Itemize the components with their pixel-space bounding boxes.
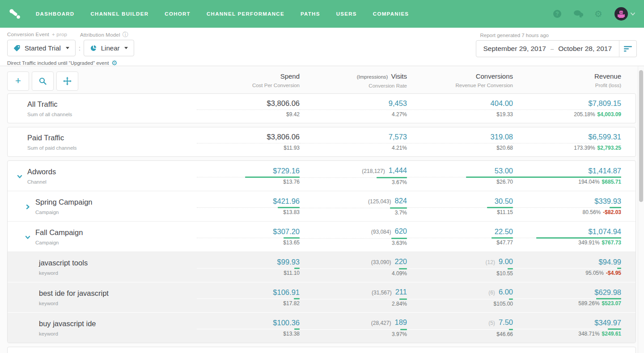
info-icon[interactable]: ⓘ — [123, 32, 128, 38]
search-button[interactable] — [32, 71, 54, 91]
row-type-label: keyword — [39, 331, 197, 336]
nav-item-companies[interactable]: COMPANIES — [373, 11, 409, 17]
user-menu[interactable] — [614, 7, 635, 21]
add-prop-link[interactable]: + prop — [52, 32, 67, 38]
spend-value: $3,806.06 — [267, 133, 300, 141]
spend-cell: $3,806.06$11.93 — [197, 132, 300, 151]
spend-sub-value: $13.38 — [197, 331, 300, 337]
chevron-right-icon[interactable] — [25, 204, 30, 210]
revenue-share-bar — [608, 328, 621, 330]
revenue-value: $94.99 — [599, 258, 621, 266]
value-separator — [513, 207, 621, 208]
table-row-best-ide-for-javascript[interactable]: best ide for javascriptkeyword$106.91$17… — [8, 282, 636, 312]
visits-sub-value: 4.09% — [300, 270, 407, 277]
revenue-sub-value: 348.71%$249.61 — [513, 331, 621, 337]
revenue-value: $1,414.87 — [589, 167, 621, 175]
table-row-javascript-tools[interactable]: javascript toolskeyword$99.93$11.10(33,0… — [8, 252, 636, 282]
chat-icon[interactable] — [573, 9, 582, 18]
revenue-cell: $629.98589.26%$523.07 — [513, 287, 621, 307]
spend-value: $729.16 — [273, 167, 300, 175]
conversions-share-bar — [487, 207, 513, 208]
conversions-value: 22.50 — [495, 227, 513, 235]
channel-table: All TrafficSum of all channels$3,806.06$… — [7, 93, 636, 353]
attribution-model-dropdown[interactable]: Linear — [84, 40, 135, 56]
date-range-dash: – — [551, 46, 554, 52]
revenue-share-bar — [596, 298, 621, 299]
revenue-sub-value: 173.39%$2,793.25 — [513, 145, 621, 151]
conversions-cell: (6)6.00$105.00 — [407, 287, 513, 307]
spend-share-bar — [245, 176, 300, 178]
conversions-cell: 30.50$11.15 — [407, 196, 513, 216]
table-row-fall-campaign[interactable]: Fall CampaignCampaign$307.20$13.65(93,08… — [8, 221, 636, 252]
gear-icon[interactable]: ⚙ — [594, 9, 603, 18]
conversions-share-bar — [491, 237, 513, 239]
help-icon[interactable]: ? — [553, 9, 562, 18]
spend-share-bar — [284, 237, 300, 239]
col-header-spend: Spend Cost Per Conversion — [197, 72, 300, 88]
date-options-button[interactable] — [619, 46, 636, 52]
table-row-video[interactable]: VideoChannel$322.20 275 14.00 $344.87 — [8, 347, 636, 353]
value-separator — [513, 268, 621, 269]
value-separator — [300, 238, 407, 239]
conversion-event-label: Conversion Event — [7, 32, 49, 38]
value-separator — [513, 238, 621, 238]
profit-value: $2,793.25 — [597, 145, 621, 151]
row-name: javascript tools — [39, 258, 197, 267]
visits-value: 220 — [394, 257, 407, 265]
scrollbar-thumb[interactable] — [639, 70, 643, 202]
value-separator — [197, 177, 300, 177]
conversions-cell: 22.50$47.77 — [407, 227, 513, 247]
add-channel-button[interactable]: + — [7, 71, 29, 91]
visits-secondary-count: (218,127) — [362, 168, 385, 174]
chevron-down-icon[interactable] — [17, 174, 22, 179]
conversions-sub-value: $46.66 — [407, 331, 513, 338]
visits-value: 824 — [394, 197, 407, 205]
nav-item-users[interactable]: USERS — [336, 11, 357, 17]
top-nav: DASHBOARDCHANNEL BUILDERCOHORTCHANNEL PE… — [0, 0, 644, 28]
conversions-share-bar — [508, 268, 513, 269]
row-type-label: Sum of all channels — [27, 112, 197, 117]
value-separator — [197, 298, 300, 299]
table-row-adwords[interactable]: AdwordsChannel$729.16$13.76(218,127)1,44… — [8, 161, 636, 191]
table-row-spring-campaign[interactable]: Spring CampaignCampaign$421.96$13.83(125… — [8, 191, 636, 221]
avatar — [614, 7, 628, 21]
spend-value: $421.96 — [273, 197, 300, 205]
nav-item-dashboard[interactable]: DASHBOARD — [36, 11, 74, 17]
visits-sub-value: 3.67% — [300, 179, 407, 186]
brand-logo-icon[interactable] — [7, 6, 22, 21]
value-separator — [197, 207, 300, 208]
spend-cell: $3,806.06$9.42 — [197, 99, 300, 118]
table-row-all-traffic[interactable]: All TrafficSum of all channels$3,806.06$… — [8, 94, 636, 123]
conversions-sub-value: $47.77 — [407, 240, 513, 246]
date-range-picker[interactable]: September 29, 2017 – October 28, 2017 — [476, 40, 637, 57]
spend-cell: $421.96$13.83 — [197, 196, 300, 216]
nav-item-channel-performance[interactable]: CHANNEL PERFORMANCE — [207, 11, 284, 17]
conversions-sub-value: $105.00 — [407, 301, 513, 307]
spend-value: $307.20 — [273, 227, 300, 235]
note-settings-gear-icon[interactable]: ⚙ — [111, 59, 117, 66]
visits-secondary-count: (33,090) — [371, 259, 391, 265]
reorder-button[interactable] — [56, 71, 78, 91]
row-name: Spring Campaign — [35, 198, 197, 206]
table-row-buy-javascript-ide[interactable]: buy javascript idekeyword$100.36$13.38(2… — [8, 312, 636, 343]
revenue-cell: $1,414.87194.04%$685.71 — [513, 166, 621, 186]
row-name: buy javascript ide — [39, 319, 197, 328]
nav-menu: DASHBOARDCHANNEL BUILDERCOHORTCHANNEL PE… — [36, 11, 425, 17]
profit-value: $685.71 — [602, 179, 621, 185]
value-separator — [407, 143, 513, 143]
spend-sub-value: $9.42 — [197, 111, 300, 118]
spend-value: $106.91 — [273, 288, 300, 296]
visits-share-bar — [377, 177, 407, 178]
nav-item-channel-builder[interactable]: CHANNEL BUILDER — [90, 11, 148, 17]
conversions-cell: (5)7.50$46.66 — [407, 318, 513, 338]
nav-item-cohort[interactable]: COHORT — [165, 11, 191, 17]
nav-item-paths[interactable]: PATHS — [301, 11, 320, 17]
conversion-event-dropdown[interactable]: Started Trial — [7, 40, 76, 56]
revenue-share-bar — [499, 176, 621, 178]
spend-sub-value: $11.10 — [197, 270, 300, 277]
name-cell: Fall CampaignCampaign — [15, 227, 197, 247]
table-row-paid-traffic[interactable]: Paid TrafficSum of paid channels$3,806.0… — [8, 127, 636, 156]
value-separator — [407, 238, 513, 238]
chevron-down-icon[interactable] — [25, 235, 30, 240]
visits-value: 620 — [394, 227, 407, 235]
